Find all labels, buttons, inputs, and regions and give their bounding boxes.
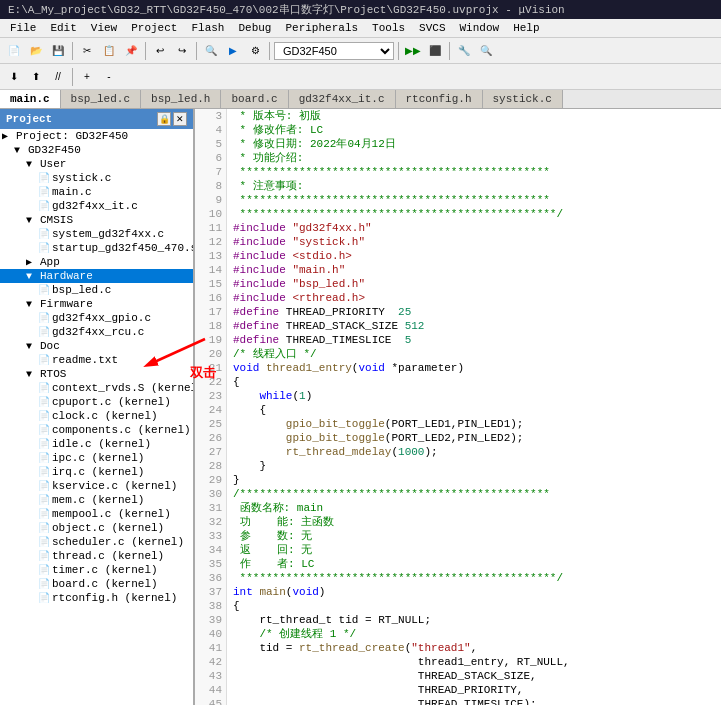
tree-rcu[interactable]: 📄 gd32f4xx_rcu.c [0, 325, 193, 339]
menu-view[interactable]: View [85, 21, 123, 35]
collapse-btn[interactable]: - [99, 67, 119, 87]
tab-main-c[interactable]: main.c [0, 90, 61, 108]
tree-startup[interactable]: 📄 startup_gd32f450_470.s [0, 241, 193, 255]
expand-icon-user: ▼ [26, 159, 40, 170]
tree-readme[interactable]: 📄 readme.txt [0, 353, 193, 367]
search-icon[interactable]: 🔍 [476, 41, 496, 61]
menu-debug[interactable]: Debug [232, 21, 277, 35]
debug-start-btn[interactable]: ▶▶ [403, 41, 423, 61]
copy-btn[interactable]: 📋 [99, 41, 119, 61]
stop-btn[interactable]: ⬛ [425, 41, 445, 61]
cut-btn[interactable]: ✂ [77, 41, 97, 61]
file-icon-it: 📄 [38, 200, 52, 212]
menu-flash[interactable]: Flash [185, 21, 230, 35]
tree-gpio[interactable]: 📄 gd32f4xx_gpio.c [0, 311, 193, 325]
code-line-27: { [233, 403, 721, 417]
tree-rtconfig-kernel[interactable]: 📄 rtconfig.h (kernel) [0, 591, 193, 605]
menu-file[interactable]: File [4, 21, 42, 35]
save-btn[interactable]: 💾 [48, 41, 68, 61]
code-line-25: { [233, 375, 721, 389]
code-line-30: rt_thread_mdelay(1000); [233, 445, 721, 459]
code-line-9: ****************************************… [233, 193, 721, 207]
code-line-47: THREAD_STACK_SIZE, [233, 669, 721, 683]
menu-project[interactable]: Project [125, 21, 183, 35]
tree-rtos-group[interactable]: ▼ RTOS [0, 367, 193, 381]
code-text-area[interactable]: * 版本号: 初版 * 修改作者: LC * 修改日期: 2022年04月12日… [227, 109, 721, 705]
tab-board-c[interactable]: board.c [221, 90, 288, 108]
rebuild-btn[interactable]: ⚙ [245, 41, 265, 61]
outdent-btn[interactable]: ⬆ [26, 67, 46, 87]
paste-btn[interactable]: 📌 [121, 41, 141, 61]
sep4 [269, 42, 270, 60]
tree-kservice[interactable]: 📄 kservice.c (kernel) [0, 479, 193, 493]
target-select[interactable]: GD32F450 [274, 42, 394, 60]
tree-irq[interactable]: 📄 irq.c (kernel) [0, 465, 193, 479]
find-btn[interactable]: 🔍 [201, 41, 221, 61]
settings-btn[interactable]: 🔧 [454, 41, 474, 61]
expand-btn[interactable]: + [77, 67, 97, 87]
code-line-4: * 修改作者: LC [233, 123, 721, 137]
new-btn[interactable]: 📄 [4, 41, 24, 61]
indent-btn[interactable]: ⬇ [4, 67, 24, 87]
tab-systick-c[interactable]: systick.c [483, 90, 563, 108]
tree-thread[interactable]: 📄 thread.c (kernel) [0, 549, 193, 563]
undo-btn[interactable]: ↩ [150, 41, 170, 61]
menu-svcs[interactable]: SVCS [413, 21, 451, 35]
comment-btn[interactable]: // [48, 67, 68, 87]
tree-app-group[interactable]: ▶ App [0, 255, 193, 269]
tree-object[interactable]: 📄 object.c (kernel) [0, 521, 193, 535]
menu-help[interactable]: Help [507, 21, 545, 35]
tree-mempool[interactable]: 📄 mempool.c (kernel) [0, 507, 193, 521]
menu-edit[interactable]: Edit [44, 21, 82, 35]
tree-idle[interactable]: 📄 idle.c (kernel) [0, 437, 193, 451]
tree-context-rvds[interactable]: 📄 context_rvds.S (kernel) [0, 381, 193, 395]
tree-systick-c[interactable]: 📄 systick.c [0, 171, 193, 185]
tree-user-group[interactable]: ▼ User [0, 157, 193, 171]
expand-icon-hardware: ▼ [26, 271, 40, 282]
tree-ipc[interactable]: 📄 ipc.c (kernel) [0, 451, 193, 465]
tree-board-kernel[interactable]: 📄 board.c (kernel) [0, 577, 193, 591]
tree-timer[interactable]: 📄 timer.c (kernel) [0, 563, 193, 577]
tree-gd32f450[interactable]: ▼ GD32F450 [0, 143, 193, 157]
title-bar: E:\A_My_project\GD32_RTT\GD32F450_470\00… [0, 0, 721, 19]
tree-main-c[interactable]: 📄 main.c [0, 185, 193, 199]
tree-hardware-group[interactable]: ▼ Hardware [0, 269, 193, 283]
menu-peripherals[interactable]: Peripherals [279, 21, 364, 35]
tree-firmware-group[interactable]: ▼ Firmware [0, 297, 193, 311]
menu-window[interactable]: Window [454, 21, 506, 35]
tab-bsp-led-c[interactable]: bsp_led.c [61, 90, 141, 108]
tab-bsp-led-h[interactable]: bsp_led.h [141, 90, 221, 108]
tree-gd32f4xx-it-c[interactable]: 📄 gd32f4xx_it.c [0, 199, 193, 213]
code-line-13: #include "systick.h" [233, 235, 721, 249]
project-lock-btn[interactable]: 🔒 [157, 112, 171, 126]
tree-system-gd32[interactable]: 📄 system_gd32f4xx.c [0, 227, 193, 241]
tree-mem[interactable]: 📄 mem.c (kernel) [0, 493, 193, 507]
code-editor[interactable]: 3 4 5 6 7 8 9 10 11 12 13 14 15 16 17 18… [195, 109, 721, 705]
tree-cpuport[interactable]: 📄 cpuport.c (kernel) [0, 395, 193, 409]
tree-bsp-led-c[interactable]: 📄 bsp_led.c [0, 283, 193, 297]
code-line-40: ****************************************… [233, 571, 721, 585]
tree-doc-group[interactable]: ▼ Doc [0, 339, 193, 353]
redo-btn[interactable]: ↪ [172, 41, 192, 61]
file-icon-gpio: 📄 [38, 312, 52, 324]
build-btn[interactable]: ▶ [223, 41, 243, 61]
tree-clock[interactable]: 📄 clock.c (kernel) [0, 409, 193, 423]
code-line-17: #include <rthread.h> [233, 291, 721, 305]
code-line-8: * 注意事项: [233, 179, 721, 193]
project-close-btn[interactable]: ✕ [173, 112, 187, 126]
code-line-26: while(1) [233, 389, 721, 403]
menu-tools[interactable]: Tools [366, 21, 411, 35]
tree-cmsis-group[interactable]: ▼ CMSIS [0, 213, 193, 227]
code-line-6: * 功能介绍: [233, 151, 721, 165]
tree-project-root[interactable]: ▶ Project: GD32F450 [0, 129, 193, 143]
open-btn[interactable]: 📂 [26, 41, 46, 61]
tab-gd32f4xx-it-c[interactable]: gd32f4xx_it.c [289, 90, 396, 108]
code-line-42: { [233, 599, 721, 613]
code-line-37: 参 数: 无 [233, 529, 721, 543]
code-line-10: ****************************************… [233, 207, 721, 221]
tab-rtconfig-h[interactable]: rtconfig.h [396, 90, 483, 108]
tree-components[interactable]: 📄 components.c (kernel) [0, 423, 193, 437]
tree-scheduler[interactable]: 📄 scheduler.c (kernel) [0, 535, 193, 549]
code-line-31: } [233, 459, 721, 473]
file-icon-clock: 📄 [38, 410, 52, 422]
